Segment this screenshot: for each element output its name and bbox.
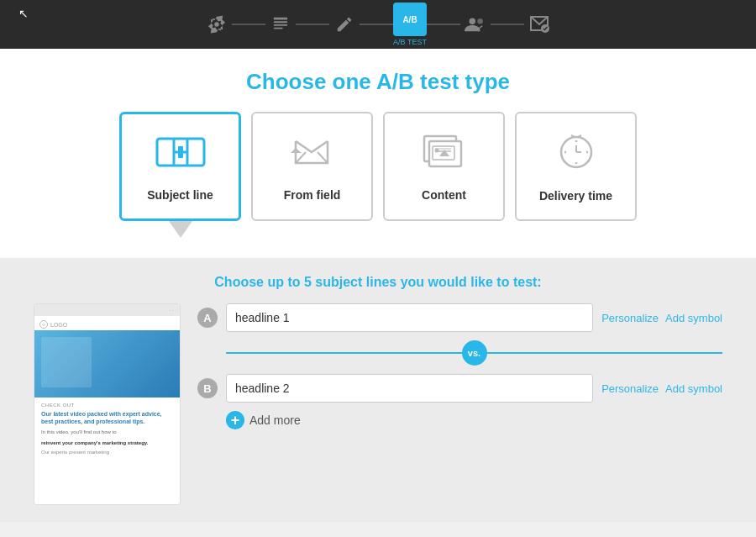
ab-inputs: A Personalize Add symbol vs. B Personali… <box>197 303 722 505</box>
top-navigation: ↖ A/B <box>0 0 756 49</box>
headline-a-input[interactable] <box>226 303 593 332</box>
nav-line-2 <box>296 24 329 25</box>
pointer-triangle <box>169 221 192 238</box>
preview-sub-text: In this video, you'll find out how to <box>41 429 173 435</box>
svg-rect-3 <box>274 24 288 26</box>
recipients-icon <box>460 9 491 39</box>
add-more-row[interactable]: + Add more <box>226 411 722 429</box>
abtest-label: A/B TEST <box>393 38 427 46</box>
headline-b-personalize[interactable]: Personalize <box>601 382 659 395</box>
from-field-icon <box>289 131 335 180</box>
from-field-label: From field <box>284 188 341 202</box>
test-card-content[interactable]: Content <box>383 112 505 221</box>
nav-line-1 <box>232 24 265 25</box>
abtest-icon: A/B <box>393 3 427 36</box>
vs-badge: vs. <box>462 340 487 366</box>
nav-step-template[interactable] <box>265 9 296 39</box>
vs-line-left <box>226 352 462 354</box>
headline-a-row: A Personalize Add symbol <box>197 303 722 332</box>
preview-text-section: CHECK OUT Our latest video packed with e… <box>34 397 180 461</box>
settings-icon <box>202 9 232 39</box>
delivery-time-label: Delivery time <box>539 189 612 203</box>
send-icon <box>524 9 554 39</box>
content-label: Content <box>422 188 466 202</box>
headline-a-actions: Personalize Add symbol <box>601 312 722 324</box>
svg-rect-1 <box>274 18 288 20</box>
pointer-row <box>34 221 722 241</box>
nav-step-abtest[interactable]: A/B A/B TEST <box>393 3 427 46</box>
preview-main-text: Our latest video packed with expert advi… <box>41 410 173 425</box>
preview-bold-text: reinvent your company's marketing strate… <box>41 440 173 446</box>
ab-content: · · · ⊘ LOGO CHECK OUT Our latest video … <box>34 303 722 505</box>
email-preview: · · · ⊘ LOGO CHECK OUT Our latest video … <box>34 303 181 505</box>
headline-a-personalize[interactable]: Personalize <box>601 312 659 324</box>
nav-line-4 <box>427 24 460 25</box>
content-icon <box>421 131 467 180</box>
preview-top-bar: · · · <box>34 304 180 316</box>
add-more-icon: + <box>226 411 244 429</box>
test-type-cards: Subject line From field <box>34 112 722 221</box>
nav-step-settings[interactable] <box>202 9 232 39</box>
headline-a-add-symbol[interactable]: Add symbol <box>665 312 722 324</box>
headline-b-add-symbol[interactable]: Add symbol <box>665 382 722 395</box>
cursor-icon: ↖ <box>18 7 29 20</box>
nav-step-edit[interactable] <box>329 9 360 39</box>
vs-line-right <box>487 352 723 354</box>
preview-logo-circle: ⊘ <box>39 320 48 329</box>
main-content: Choose one A/B test type Subject line <box>0 49 756 258</box>
headline-b-actions: Personalize Add symbol <box>601 382 722 395</box>
delivery-time-icon <box>556 130 596 181</box>
preview-logo-text: LOGO <box>50 322 67 328</box>
test-card-subject-line[interactable]: Subject line <box>119 112 241 221</box>
svg-point-18 <box>435 149 439 153</box>
svg-rect-12 <box>178 146 183 158</box>
section-subtitle: Choose up to 5 subject lines you would l… <box>34 275 722 290</box>
add-more-label: Add more <box>249 413 301 427</box>
preview-image <box>34 330 180 397</box>
nav-line-5 <box>491 24 524 25</box>
headline-b-label: B <box>197 378 218 398</box>
svg-rect-4 <box>274 28 283 29</box>
preview-small-text: Our experts present marketing <box>41 449 173 455</box>
subject-line-icon <box>155 131 206 180</box>
preview-checkout-label: CHECK OUT <box>41 403 173 408</box>
headline-b-row: B Personalize Add symbol <box>197 374 722 403</box>
svg-point-6 <box>477 18 483 24</box>
svg-point-5 <box>470 18 475 24</box>
subject-line-label: Subject line <box>147 188 213 202</box>
nav-step-recipients[interactable] <box>460 9 491 39</box>
pointer-subject-line <box>119 221 241 241</box>
template-icon <box>265 9 296 39</box>
nav-line-3 <box>360 24 393 25</box>
svg-point-0 <box>214 22 219 27</box>
test-card-delivery-time[interactable]: Delivery time <box>515 112 637 221</box>
preview-logo-row: ⊘ LOGO <box>34 316 180 330</box>
vs-row: vs. <box>226 340 722 366</box>
edit-icon <box>329 9 360 39</box>
headline-b-input[interactable] <box>226 374 593 403</box>
test-card-from-field[interactable]: From field <box>251 112 373 221</box>
headline-a-label: A <box>197 308 218 328</box>
preview-image-overlay <box>41 337 92 387</box>
nav-step-send[interactable] <box>524 9 554 39</box>
svg-rect-2 <box>274 21 288 23</box>
preview-menu-icon: · · · <box>170 308 176 313</box>
bottom-section: Choose up to 5 subject lines you would l… <box>0 258 756 522</box>
page-title: Choose one A/B test type <box>34 69 722 95</box>
